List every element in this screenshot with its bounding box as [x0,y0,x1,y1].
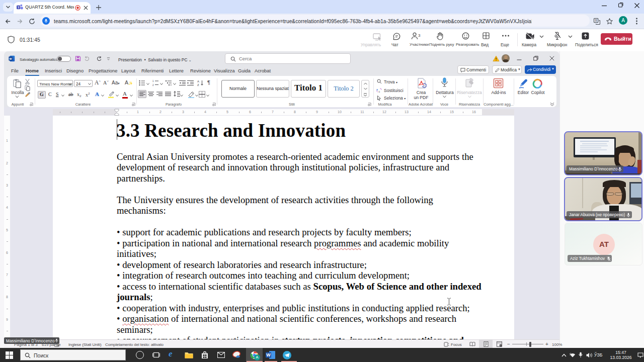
svg-text:文: 文 [594,19,598,22]
svg-text:a: a [376,88,378,91]
svg-text:c: c [379,90,380,93]
svg-text:2: 2 [152,84,154,86]
svg-text:T: T [18,6,20,9]
svg-text:A: A [197,80,199,83]
svg-text:1: 1 [152,80,154,82]
svg-text:W: W [10,57,12,60]
svg-text:Z: Z [197,83,199,86]
svg-text:W: W [266,352,271,357]
